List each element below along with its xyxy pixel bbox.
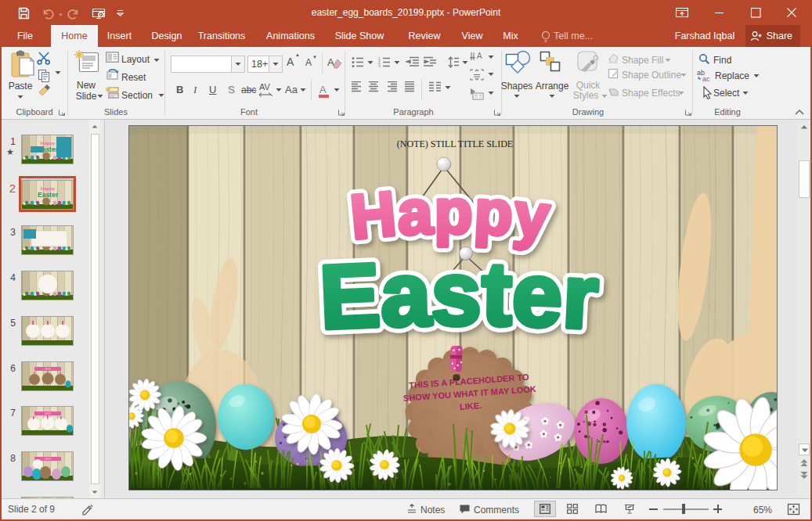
svg-text:ac: ac	[702, 75, 710, 82]
svg-text:####: ####	[45, 412, 51, 415]
svg-text:3: 3	[378, 64, 381, 67]
svg-text:Easter: Easter	[318, 243, 601, 347]
svg-text:Happy: Happy	[348, 177, 554, 252]
svg-text:Easter: Easter	[38, 191, 59, 199]
svg-text:(NOTE) STILL TITLE SLIDE: (NOTE) STILL TITLE SLIDE	[397, 138, 513, 149]
svg-text:####: ####	[45, 368, 51, 371]
svg-text:LIKE.: LIKE.	[460, 401, 482, 411]
svg-text:A: A	[477, 52, 482, 60]
svg-text:A: A	[327, 56, 334, 68]
svg-text:####: ####	[45, 458, 51, 461]
